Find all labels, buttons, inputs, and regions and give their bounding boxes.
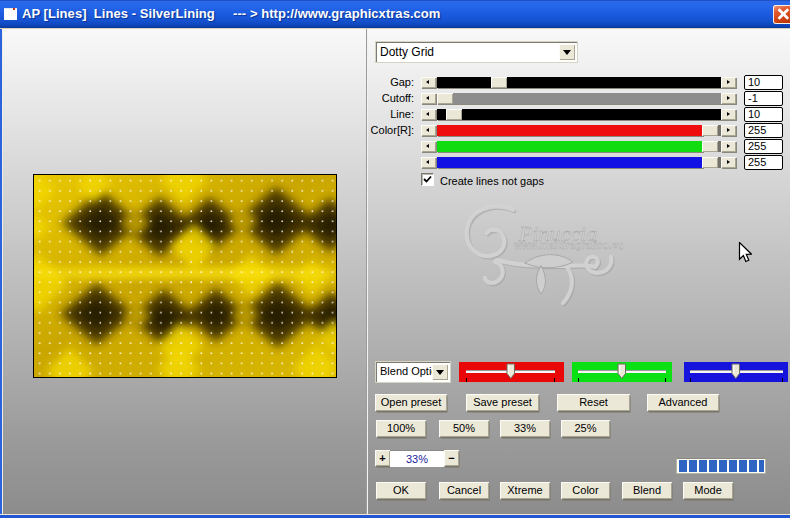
svg-text:www.maidiragrafico.eu: www.maidiragrafico.eu [513,240,623,251]
